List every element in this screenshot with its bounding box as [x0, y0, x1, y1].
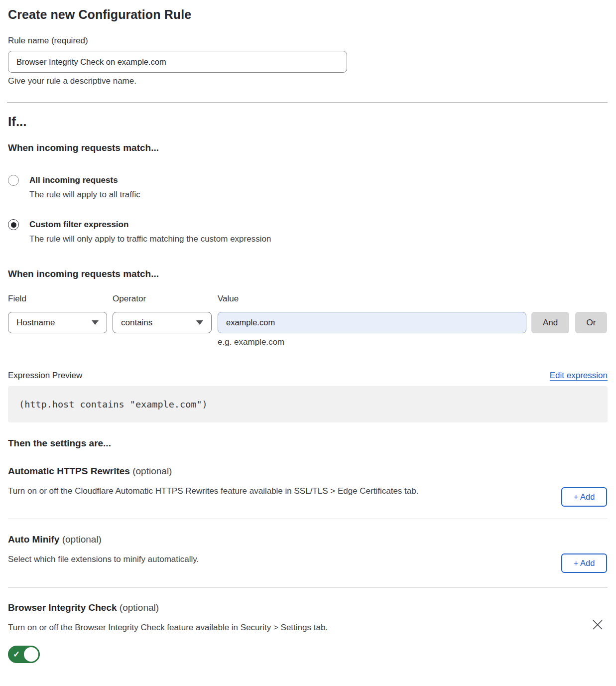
value-label: Value [218, 294, 239, 304]
when-match-heading-2: When incoming requests match... [8, 269, 608, 279]
field-label: Field [8, 294, 113, 304]
radio-description: The rule will apply to all traffic [29, 189, 140, 200]
browser-integrity-check-toggle[interactable]: ✓ [8, 646, 40, 663]
value-input[interactable] [218, 312, 526, 333]
setting-description: Select which file extensions to minify a… [8, 554, 608, 564]
field-select[interactable]: Hostname [8, 312, 107, 333]
setting-title: Auto Minify [8, 534, 59, 545]
radio-custom-filter-expression[interactable] [8, 219, 19, 230]
operator-label: Operator [113, 294, 218, 304]
then-settings-heading: Then the settings are... [8, 438, 608, 449]
expression-preview-row: Expression Preview Edit expression [8, 371, 608, 381]
rule-name-help: Give your rule a descriptive name. [8, 76, 608, 86]
setting-optional-tag: (optional) [120, 602, 159, 613]
radio-label[interactable]: All incoming requests [29, 175, 140, 186]
expression-preview-code: (http.host contains "example.com") [8, 386, 608, 422]
setting-description: Turn on or off the Browser Integrity Che… [8, 623, 608, 633]
rule-name-label: Rule name (required) [8, 36, 608, 46]
radio-label[interactable]: Custom filter expression [29, 219, 271, 230]
add-auto-minify-button[interactable]: + Add [561, 553, 607, 573]
rule-name-input[interactable] [8, 51, 347, 73]
remove-setting-button[interactable] [592, 619, 604, 631]
operator-select[interactable]: contains [113, 312, 212, 333]
and-button[interactable]: And [531, 312, 569, 333]
or-button[interactable]: Or [575, 312, 607, 333]
expression-preview-label: Expression Preview [8, 371, 82, 381]
close-icon [592, 619, 604, 631]
setting-divider [8, 587, 608, 588]
setting-divider [8, 519, 608, 519]
setting-browser-integrity-check: Browser Integrity Check (optional) Turn … [8, 602, 608, 665]
setting-automatic-https-rewrites: Automatic HTTPS Rewrites (optional) Turn… [8, 466, 608, 496]
toggle-knob [24, 647, 38, 662]
radio-all-incoming-requests[interactable] [8, 175, 19, 186]
value-hint: e.g. example.com [218, 337, 608, 347]
chevron-down-icon [196, 320, 203, 325]
field-select-value: Hostname [16, 318, 92, 328]
checkmark-icon: ✓ [13, 650, 20, 659]
option-custom-filter-expression: Custom filter expression The rule will o… [8, 219, 608, 245]
page-title: Create new Configuration Rule [8, 7, 608, 22]
when-match-heading-1: When incoming requests match... [8, 142, 608, 153]
create-configuration-rule-form: Create new Configuration Rule Rule name … [0, 7, 616, 665]
setting-title: Browser Integrity Check [8, 602, 117, 613]
setting-title: Automatic HTTPS Rewrites [8, 466, 130, 476]
option-all-incoming-requests: All incoming requests The rule will appl… [8, 175, 608, 200]
setting-description: Turn on or off the Cloudflare Automatic … [8, 486, 608, 496]
filter-column-labels: Field Operator Value [8, 294, 608, 304]
filter-expression-row: Hostname contains And Or [8, 312, 608, 333]
edit-expression-link[interactable]: Edit expression [550, 371, 608, 381]
radio-description: The rule will only apply to traffic matc… [29, 234, 271, 245]
if-heading: If... [8, 114, 608, 130]
add-automatic-https-rewrites-button[interactable]: + Add [561, 487, 607, 507]
setting-optional-tag: (optional) [132, 466, 172, 476]
setting-optional-tag: (optional) [62, 534, 102, 545]
setting-auto-minify: Auto Minify (optional) Select which file… [8, 534, 608, 564]
operator-select-value: contains [121, 318, 196, 328]
section-divider [7, 102, 608, 103]
chevron-down-icon [92, 320, 99, 325]
